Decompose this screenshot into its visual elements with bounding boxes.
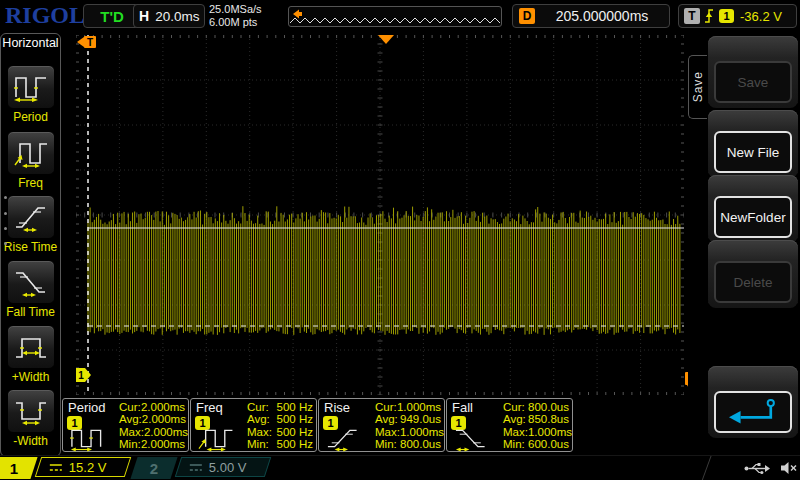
menu-item-label: Rise Time <box>1 240 60 254</box>
channel-2-scale: 5.00 V <box>209 460 247 475</box>
menu-slot: NewFolder <box>708 175 798 243</box>
menu-slot: Save <box>708 36 798 108</box>
measurement-name: Period <box>68 400 106 415</box>
measurement-rise[interactable]: Rise 1 Cur:1.000ms Avg:949.0us Max:1.000… <box>318 398 445 452</box>
left-menu-title: Horizontal <box>1 36 60 50</box>
page-indicator-dot <box>4 242 7 245</box>
fall-time-icon <box>14 267 48 297</box>
menu-tab-save[interactable]: Save <box>688 55 707 119</box>
new-file-button-label: New File <box>727 145 780 160</box>
menu-item-minus-width[interactable]: -Width <box>1 389 60 448</box>
menu-item-freq[interactable]: Freq <box>1 131 60 190</box>
usb-icon <box>744 462 770 475</box>
save-menu-panel: Save Save New File NewFolder Delete <box>688 30 800 458</box>
delay-box[interactable]: D 205.000000ms <box>512 4 670 28</box>
period-icon <box>14 72 48 102</box>
menu-slot <box>708 366 798 438</box>
dc-coupling-icon <box>189 463 203 472</box>
page-indicator-dot <box>4 196 7 199</box>
menu-slot: Delete <box>708 240 798 308</box>
channel-1-scale: 15.2 V <box>69 460 107 475</box>
memory-depth: 6.00M pts <box>209 16 262 29</box>
delete-button-label: Delete <box>733 275 772 290</box>
channel-2-badge: 2 <box>130 457 177 479</box>
waveform-position-preview[interactable] <box>288 6 502 27</box>
channel-status-bar: 1 15.2 V 2 <box>0 455 800 480</box>
rise-time-icon <box>326 426 370 452</box>
timebase-value: 20.0ms <box>155 9 199 24</box>
plus-width-icon <box>14 332 48 362</box>
status-icons <box>744 461 798 475</box>
measurement-period[interactable]: Period 1 Cur:2.000ms Avg:2.000ms Max:2.0… <box>62 398 189 452</box>
preview-waveform <box>290 8 500 26</box>
minus-width-icon <box>14 396 48 426</box>
menu-tab-label: Save <box>691 71 705 102</box>
minus-width-button[interactable] <box>7 389 55 433</box>
rise-time-button[interactable] <box>7 195 55 239</box>
measurement-fall[interactable]: Fall 1 Cur:800.0us Avg:850.8us Max:1.000… <box>446 398 573 452</box>
trigger-label-badge: T <box>684 8 700 24</box>
sample-rate: 25.0MSa/s <box>209 3 262 16</box>
fall-time-button[interactable] <box>7 260 55 304</box>
channel-1-status[interactable]: 1 15.2 V <box>0 457 134 479</box>
measurement-name: Fall <box>452 400 473 415</box>
measurement-freq[interactable]: Freq 1 Cur:500 Hz Avg:500 Hz Max:500 Hz … <box>190 398 317 452</box>
svg-text:T: T <box>87 37 93 48</box>
waveform-grid: T1 <box>76 35 684 395</box>
trigger-info-box[interactable]: T 1 -36.2 V <box>678 4 797 28</box>
menu-item-plus-width[interactable]: +Width <box>1 325 60 384</box>
menu-item-label: +Width <box>1 370 60 384</box>
menu-item-label: Freq <box>1 176 60 190</box>
dc-coupling-icon <box>49 463 63 472</box>
page-indicator-dot <box>4 212 7 215</box>
measurement-name: Freq <box>196 400 223 415</box>
freq-icon <box>14 138 48 168</box>
speaker-muted-icon <box>780 461 798 475</box>
delay-value: 205.000000ms <box>535 8 669 24</box>
new-file-button[interactable]: New File <box>714 131 792 173</box>
menu-item-rise-time[interactable]: Rise Time <box>1 195 60 254</box>
period-icon <box>70 426 114 452</box>
menu-item-fall-time[interactable]: Fall Time <box>1 260 60 319</box>
return-arrow-icon <box>721 396 785 428</box>
freq-icon <box>198 426 242 452</box>
measurement-name: Rise <box>324 400 350 415</box>
trigger-status: T'D <box>100 8 124 25</box>
measurement-values: Cur:500 Hz Avg:500 Hz Max:500 Hz Min:500… <box>247 401 313 450</box>
timebase-box[interactable]: H 20.0ms <box>133 4 205 28</box>
rise-time-icon <box>14 202 48 232</box>
period-button[interactable] <box>7 65 55 109</box>
channel-1-scale-box: 15.2 V <box>35 457 131 477</box>
channel-2-status[interactable]: 2 5.00 V <box>140 457 272 479</box>
trigger-level-value: -36.2 V <box>740 9 782 24</box>
fall-time-icon <box>454 426 498 452</box>
menu-item-label: Period <box>1 110 60 124</box>
measurement-values: Cur:2.000ms Avg:2.000ms Max:2.000ms Min:… <box>119 401 185 450</box>
delete-button[interactable]: Delete <box>714 261 792 303</box>
channel-1-badge: 1 <box>0 457 38 479</box>
rigol-logo: RIGOL <box>5 2 85 29</box>
waveform-display-area: T1 <box>76 35 684 395</box>
delay-label-badge: D <box>519 8 535 24</box>
menu-item-label: Fall Time <box>1 305 60 319</box>
trigger-source-badge: 1 <box>719 9 734 23</box>
menu-item-label: -Width <box>1 434 60 448</box>
return-button[interactable] <box>714 391 792 433</box>
new-folder-button[interactable]: NewFolder <box>714 196 792 238</box>
divider <box>701 456 711 480</box>
save-button[interactable]: Save <box>714 61 792 103</box>
save-button-label: Save <box>738 75 769 90</box>
page-indicator-dot <box>4 227 7 230</box>
menu-item-period[interactable]: Period <box>1 65 60 124</box>
rising-edge-icon <box>704 8 714 24</box>
measurement-values: Cur:1.000ms Avg:949.0us Max:1.000ms Min:… <box>375 401 441 450</box>
new-folder-button-label: NewFolder <box>720 210 785 225</box>
plus-width-button[interactable] <box>7 325 55 369</box>
oscilloscope-screen: RIGOL T'D H 20.0ms 25.0MSa/s 6.00M pts D… <box>0 0 800 480</box>
menu-slot: New File <box>708 110 798 178</box>
preview-trigger-arrow-icon <box>290 8 303 20</box>
freq-button[interactable] <box>7 131 55 175</box>
acquisition-info: 25.0MSa/s 6.00M pts <box>209 3 262 29</box>
horizontal-measure-menu: Horizontal Period <box>0 33 61 457</box>
channel-2-scale-box: 5.00 V <box>175 457 271 477</box>
